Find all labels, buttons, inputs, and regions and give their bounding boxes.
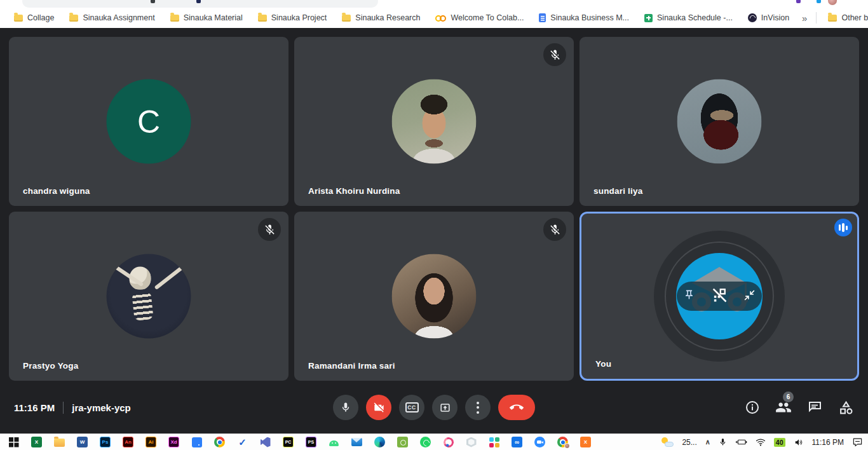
bookmark-sinauka-material[interactable]: Sinauka Material	[163, 10, 250, 26]
bookmark-sinauka-project[interactable]: Sinauka Project	[250, 10, 335, 26]
windows-logo-icon	[9, 437, 13, 442]
tile-prastyo-yoga[interactable]: Prastyo Yoga	[9, 212, 288, 381]
taskbar-pycharm-icon[interactable]: PC	[283, 437, 294, 447]
captions-button[interactable]: CC	[399, 395, 424, 420]
meeting-panels: 6	[744, 399, 854, 416]
meeting-details[interactable]: 11:16 PM jra-ymek-ycp	[14, 381, 131, 433]
taskbar-calendar-app-icon[interactable]	[191, 437, 202, 447]
camera-off-icon	[373, 402, 385, 414]
mic-button[interactable]	[333, 395, 358, 420]
taskbar-creative-cloud-icon[interactable]: ∞	[512, 437, 522, 447]
taskbar-visual-studio-icon[interactable]	[260, 437, 271, 447]
browser-profile-avatar[interactable]	[828, 0, 837, 5]
people-button[interactable]: 6	[775, 399, 792, 416]
taskbar-word-icon[interactable]: W	[77, 437, 88, 447]
photo-avatar	[107, 254, 191, 339]
taskbar-zoom-app-icon[interactable]	[534, 437, 545, 447]
minimize-tile-button[interactable]	[743, 289, 756, 304]
bookmark-sinauka-research[interactable]: Sinauka Research	[334, 10, 428, 26]
mic-off-icon	[549, 224, 561, 236]
taskbar-hexagon-app-icon[interactable]	[466, 437, 477, 447]
whatsapp-logo-icon	[420, 437, 431, 447]
action-center-icon[interactable]	[852, 437, 863, 447]
taskbar-animate-icon[interactable]: An	[123, 437, 133, 447]
taskbar-adobe-xd-icon[interactable]: Xd	[168, 437, 179, 447]
taskbar-whatsapp-icon[interactable]	[420, 437, 431, 447]
weather-temp-label[interactable]: 25...	[682, 438, 696, 447]
info-button[interactable]	[744, 399, 761, 416]
tray-volume-icon[interactable]	[794, 438, 804, 447]
taskbar-excel-icon[interactable]: X	[31, 437, 42, 447]
taskbar-edge-icon[interactable]	[374, 437, 385, 447]
tray-expand-chevron[interactable]: ∧	[705, 438, 710, 446]
browser-toolbar-fragment	[0, 0, 868, 8]
tile-arista-khoiru-nurdina[interactable]: Arista Khoiru Nurdina	[294, 37, 574, 206]
bookmark-sinauka-business[interactable]: Sinauka Business M...	[531, 10, 637, 26]
tile-you[interactable]: You	[580, 212, 859, 381]
bookmark-sinauka-schedule[interactable]: Sinauka Schedule -...	[637, 10, 740, 26]
pin-participant-button[interactable]	[683, 289, 695, 304]
taskbar-mail-icon[interactable]	[351, 437, 362, 447]
battery-percent-badge[interactable]: 40	[774, 438, 785, 447]
calendar-grid-icon	[192, 437, 202, 447]
taskbar-camera-app-icon[interactable]	[397, 437, 408, 447]
taskbar-slack-icon[interactable]	[489, 437, 499, 447]
taskbar-photoshop-icon[interactable]: Ps	[100, 437, 111, 447]
folder-icon	[69, 15, 78, 22]
camera-off-button[interactable]	[366, 395, 391, 420]
participant-name: Arista Khoiru Nurdina	[308, 186, 400, 196]
taskbar-android-icon[interactable]	[329, 437, 339, 447]
extension-icon-sliver	[196, 0, 201, 3]
participant-name: You	[595, 359, 611, 369]
activities-button[interactable]	[837, 399, 854, 416]
explorer-folder-icon	[54, 439, 65, 447]
taskbar-todo-check-icon[interactable]: ✓	[237, 437, 248, 447]
bookmarks-bar: Collage Sinauka Assignment Sinauka Mater…	[0, 8, 868, 28]
taskbar-illustrator-icon[interactable]: Ai	[146, 437, 156, 447]
tray-battery-icon[interactable]	[735, 438, 747, 446]
tray-mic-icon[interactable]	[719, 437, 727, 447]
tile-ramandani-irma-sari[interactable]: Ramandani Irma sari	[294, 212, 574, 381]
bookmark-sinauka-assignment[interactable]: Sinauka Assignment	[62, 10, 162, 26]
bookmarks-separator	[816, 12, 817, 24]
chrome-logo-icon	[214, 437, 225, 447]
mic-icon	[340, 402, 351, 413]
tray-wifi-icon[interactable]	[756, 438, 766, 446]
present-off-button[interactable]	[710, 286, 728, 306]
bookmark-invision[interactable]: InVision	[740, 10, 797, 26]
extension-icon-sliver	[796, 0, 801, 3]
taskbar-file-explorer-icon[interactable]	[54, 437, 65, 447]
bookmark-label: Sinauka Research	[355, 13, 420, 22]
clock-label: 11:16 PM	[14, 402, 55, 413]
profile-badge	[564, 443, 570, 449]
taskbar-chrome-profile-icon[interactable]	[557, 437, 568, 447]
folder-icon	[170, 15, 179, 22]
taskbar-chrome-icon[interactable]	[214, 437, 225, 447]
skeleton-arm-shape	[154, 265, 185, 290]
tray-clock-label[interactable]: 11:16 PM	[812, 438, 844, 447]
bookmark-collage[interactable]: Collage	[6, 10, 62, 26]
taskbar-xampp-icon[interactable]: X	[580, 437, 591, 447]
tile-chandra-wiguna[interactable]: C chandra wiguna	[9, 37, 288, 206]
camera-icon	[397, 437, 408, 447]
google-docs-icon	[539, 13, 546, 22]
other-bookmarks-button[interactable]: Other bookmarks	[820, 10, 868, 26]
bookmark-colab[interactable]: Welcome To Colab...	[428, 10, 531, 26]
start-button[interactable]	[8, 437, 19, 447]
bookmarks-overflow-chevron[interactable]: »	[797, 13, 812, 24]
taskbar-phpstorm-icon[interactable]: PS	[306, 437, 316, 447]
pin-icon	[683, 289, 695, 301]
other-bookmarks-label: Other bookmarks	[841, 13, 868, 22]
folder-icon	[14, 15, 23, 22]
tile-sundari-liya[interactable]: sundari liya	[580, 37, 859, 206]
chat-button[interactable]	[806, 399, 823, 416]
more-options-button[interactable]	[465, 395, 491, 420]
weather-widget[interactable]	[661, 437, 674, 447]
present-button[interactable]	[432, 395, 458, 420]
edge-logo-icon	[374, 437, 385, 447]
photo-avatar	[677, 79, 762, 164]
taskbar-design-tool-icon[interactable]	[443, 437, 454, 447]
bookmark-label: Sinauka Project	[271, 13, 327, 22]
end-call-button[interactable]	[498, 395, 535, 420]
folder-icon	[342, 15, 351, 22]
